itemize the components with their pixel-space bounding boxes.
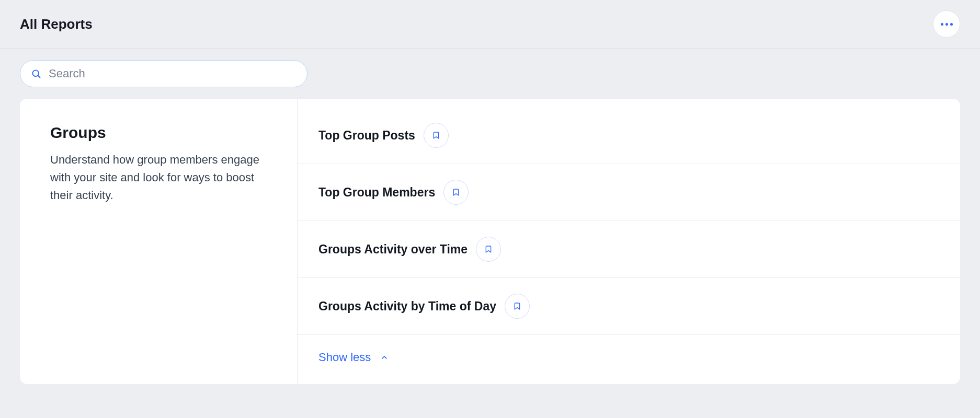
bookmark-button[interactable] bbox=[505, 294, 530, 319]
page-header: All Reports bbox=[0, 0, 980, 49]
bookmark-icon bbox=[432, 131, 440, 140]
section-title: Groups bbox=[50, 124, 276, 142]
show-less-button[interactable]: Show less bbox=[298, 335, 960, 384]
bookmark-icon bbox=[452, 188, 460, 197]
section-info: Groups Understand how group members enga… bbox=[20, 99, 297, 384]
show-less-label: Show less bbox=[318, 351, 371, 364]
bookmark-button[interactable] bbox=[476, 237, 501, 262]
chevron-up-icon bbox=[380, 353, 389, 362]
report-row[interactable]: Groups Activity over Time bbox=[298, 221, 960, 278]
bookmark-button[interactable] bbox=[424, 123, 449, 148]
report-title: Groups Activity by Time of Day bbox=[318, 299, 496, 314]
search-container bbox=[0, 49, 980, 99]
bookmark-icon bbox=[513, 301, 521, 311]
search-icon bbox=[31, 68, 41, 79]
more-horizontal-icon bbox=[941, 23, 953, 26]
section-description: Understand how group members engage with… bbox=[50, 151, 276, 204]
search-box[interactable] bbox=[20, 60, 307, 87]
reports-card: Groups Understand how group members enga… bbox=[20, 99, 960, 384]
report-title: Top Group Posts bbox=[318, 129, 415, 143]
more-options-button[interactable] bbox=[933, 10, 960, 38]
report-title: Top Group Members bbox=[318, 185, 435, 200]
bookmark-button[interactable] bbox=[443, 180, 469, 205]
report-row[interactable]: Top Group Members bbox=[298, 164, 960, 221]
report-title: Groups Activity over Time bbox=[318, 242, 468, 257]
reports-list: Top Group Posts Top Group Members Groups… bbox=[297, 99, 960, 384]
report-row[interactable]: Groups Activity by Time of Day bbox=[298, 278, 960, 335]
svg-line-1 bbox=[38, 76, 40, 78]
search-input[interactable] bbox=[49, 67, 297, 80]
bookmark-icon bbox=[484, 245, 493, 254]
page-title: All Reports bbox=[20, 16, 93, 32]
report-row[interactable]: Top Group Posts bbox=[298, 103, 960, 164]
